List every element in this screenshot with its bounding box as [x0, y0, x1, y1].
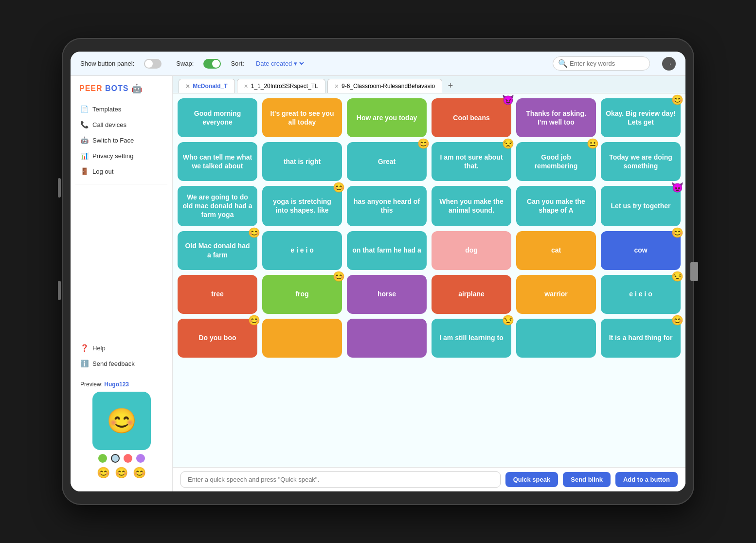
button-card-3[interactable]: 😈Cool beans — [432, 98, 511, 137]
button-text-35: It is a hard thing for — [609, 333, 673, 342]
face-option-2[interactable]: 😊 — [115, 467, 128, 479]
color-dot-blue[interactable] — [111, 454, 120, 463]
color-dot-purple[interactable] — [136, 454, 145, 463]
button-card-28[interactable]: warrior — [516, 275, 596, 314]
face-option-1[interactable]: 😊 — [97, 467, 110, 479]
tab-classroom[interactable]: × 9-6_Classroom-RulesandBehavavio — [327, 79, 442, 93]
button-card-14[interactable]: has anyone heard of this — [347, 186, 427, 226]
button-card-13[interactable]: 😊yoga is stretching into shapes. like — [262, 186, 342, 226]
button-card-1[interactable]: It's great to see you all today — [262, 98, 342, 137]
logo-robot-icon: 🤖 — [131, 83, 142, 94]
button-card-11[interactable]: Today we are doing something — [601, 142, 681, 181]
button-card-12[interactable]: We are going to do old mac donald had a … — [178, 186, 257, 226]
button-card-33[interactable]: 😒I am still learning to — [432, 319, 511, 358]
button-card-32[interactable] — [347, 319, 427, 358]
logo: PEER BOTS 🤖 — [75, 83, 167, 101]
sort-select[interactable]: Date created ▾ Alphabetical — [254, 59, 306, 68]
face-option-3[interactable]: 😊 — [133, 467, 146, 479]
show-panel-toggle[interactable] — [144, 59, 162, 69]
button-card-30[interactable]: 😊Do you boo — [178, 319, 257, 358]
tab-label-intro: 1_1_20IntroSSRspect_TL — [251, 83, 318, 90]
bottom-bar: Quick speak Send blink Add to a button — [173, 467, 685, 491]
button-card-8[interactable]: 😊Great — [347, 142, 427, 181]
button-text-8: Great — [378, 157, 396, 166]
help-icon: ❓ — [80, 344, 89, 352]
button-card-18[interactable]: 😊Old Mac donald had a farm — [178, 231, 257, 270]
button-text-33: I am still learning to — [439, 333, 503, 342]
quick-speech-input[interactable] — [180, 471, 501, 488]
button-card-27[interactable]: airplane — [432, 275, 511, 314]
button-card-2[interactable]: How are you today — [347, 98, 427, 137]
tab-intro[interactable]: × 1_1_20IntroSSRspect_TL — [237, 79, 325, 93]
button-text-15: When you make the animal sound. — [436, 197, 506, 215]
button-card-24[interactable]: tree — [178, 275, 257, 314]
sidebar-item-templates[interactable]: 📄 Templates — [75, 101, 167, 117]
button-card-17[interactable]: 😈Let us try together — [601, 186, 681, 226]
quick-speak-button[interactable]: Quick speak — [505, 472, 558, 487]
avatar-face: 😊 — [107, 407, 137, 435]
privacy-label: Privacy setting — [92, 152, 134, 160]
button-card-26[interactable]: horse — [347, 275, 427, 314]
button-card-34[interactable] — [516, 319, 596, 358]
feedback-label: Send feedback — [92, 360, 135, 367]
button-card-0[interactable]: Good morning everyone — [178, 98, 257, 137]
button-text-21: dog — [465, 246, 478, 254]
button-text-16: Can you make the shape of A — [521, 197, 591, 215]
button-card-23[interactable]: 😊cow — [601, 231, 681, 270]
button-card-6[interactable]: Who can tell me what we talked about — [178, 142, 257, 181]
button-text-0: Good morning everyone — [182, 109, 252, 127]
feedback-icon: ℹ️ — [80, 360, 89, 367]
color-dot-red[interactable] — [124, 454, 132, 463]
search-input[interactable] — [570, 60, 645, 67]
button-emoji-23: 😊 — [671, 226, 684, 239]
button-emoji-17: 😈 — [671, 181, 684, 194]
button-card-20[interactable]: on that farm he had a — [347, 231, 427, 270]
button-card-15[interactable]: When you make the animal sound. — [432, 186, 511, 226]
button-card-4[interactable]: Thanks for asking. I'm well too — [516, 98, 596, 137]
button-grid-container[interactable]: Good morning everyoneIt's great to see y… — [173, 93, 685, 467]
send-blink-button[interactable]: Send blink — [563, 472, 611, 487]
tab-close-classroom[interactable]: × — [335, 82, 339, 90]
color-dot-green[interactable] — [98, 454, 107, 463]
sidebar-item-privacy[interactable]: 📊 Privacy setting — [75, 148, 167, 163]
button-text-26: horse — [378, 290, 396, 298]
button-card-25[interactable]: 😊frog — [262, 275, 342, 314]
button-text-4: Thanks for asking. I'm well too — [521, 109, 591, 127]
show-panel-label: Show button panel: — [80, 60, 134, 67]
button-text-11: Today we are doing something — [606, 153, 676, 170]
sidebar-item-switch-face[interactable]: 🤖 Switch to Face — [75, 132, 167, 148]
tab-close-mcdonald[interactable]: × — [186, 82, 190, 90]
sidebar-item-call-devices[interactable]: 📞 Call devices — [75, 117, 167, 132]
button-emoji-9: 😒 — [502, 137, 514, 150]
button-card-5[interactable]: 😊Okay. Big review day! Lets get — [601, 98, 681, 137]
button-card-16[interactable]: Can you make the shape of A — [516, 186, 596, 226]
sidebar-item-help[interactable]: ❓ Help — [75, 340, 167, 356]
button-card-9[interactable]: 😒I am not sure about that. — [432, 142, 511, 181]
button-text-3: Cool beans — [453, 113, 489, 122]
button-card-29[interactable]: 😒e i e i o — [601, 275, 681, 314]
sidebar-item-feedback[interactable]: ℹ️ Send feedback — [75, 356, 167, 371]
tab-mcdonald[interactable]: × McDonald_T — [179, 79, 235, 93]
button-emoji-5: 😊 — [671, 93, 684, 106]
sort-label: Sort: — [231, 60, 244, 67]
tab-add-button[interactable]: + — [444, 80, 457, 92]
button-emoji-33: 😒 — [502, 314, 514, 326]
button-card-19[interactable]: e i e i o — [262, 231, 342, 270]
button-text-6: Who can tell me what we talked about — [182, 153, 252, 170]
button-card-22[interactable]: cat — [516, 231, 596, 270]
button-card-31[interactable] — [262, 319, 342, 358]
button-card-7[interactable]: that is right — [262, 142, 342, 181]
button-card-21[interactable]: dog — [432, 231, 511, 270]
button-emoji-25: 😊 — [333, 270, 345, 283]
tab-close-intro[interactable]: × — [244, 82, 248, 90]
button-card-10[interactable]: 😐Good job remembering — [516, 142, 596, 181]
button-emoji-30: 😊 — [248, 314, 260, 326]
add-to-button[interactable]: Add to a button — [615, 472, 678, 487]
button-grid: Good morning everyoneIt's great to see y… — [178, 98, 681, 358]
sidebar-item-logout[interactable]: 🚪 Log out — [75, 163, 167, 179]
search-submit-button[interactable]: → — [662, 57, 676, 71]
swap-toggle[interactable] — [203, 59, 221, 69]
button-text-17: Let us try together — [611, 201, 671, 210]
button-text-1: It's great to see you all today — [267, 109, 337, 127]
button-card-35[interactable]: 😊It is a hard thing for — [601, 319, 681, 358]
